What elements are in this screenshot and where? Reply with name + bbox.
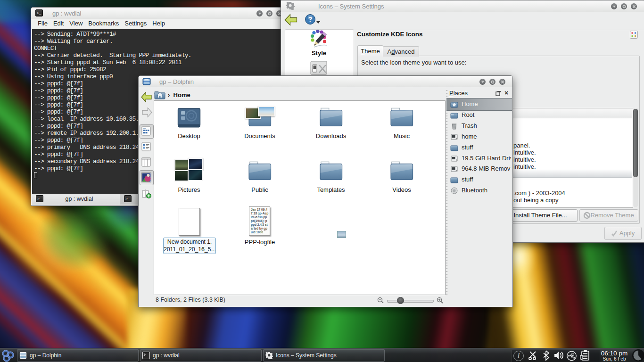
svg-text:?: ?	[308, 15, 312, 23]
